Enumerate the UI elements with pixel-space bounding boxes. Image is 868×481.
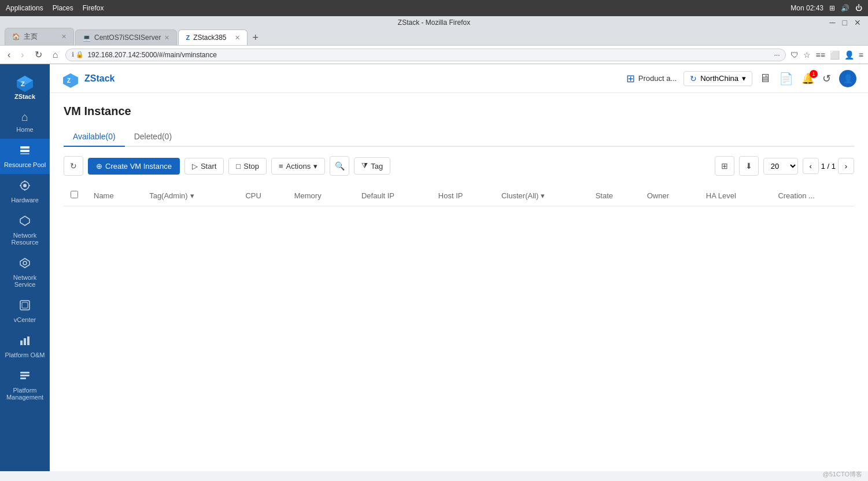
minimize-button[interactable]: ─: [828, 18, 838, 27]
th-tag-container: Tag(Admin) ▾: [149, 191, 231, 200]
browser-title: ZStack - Mozilla Firefox: [398, 18, 470, 27]
window-controls[interactable]: ─ □ ✕: [828, 18, 863, 27]
tab-close-zstack[interactable]: ✕: [235, 34, 240, 42]
svg-rect-21: [20, 375, 29, 376]
browser-tabs-bar: 🏠 主页 ✕ 💻 CentOS7iSCSIServer ✕ Z ZStack38…: [0, 28, 868, 45]
download-button[interactable]: ⬇: [739, 156, 759, 176]
network-service-icon: [19, 257, 31, 272]
url-text: 192.168.207.142:5000/#/main/vminstance: [87, 51, 770, 59]
sidebar-item-platform-oam[interactable]: Platform O&M: [0, 329, 50, 364]
header-logo: Z ZStack: [61, 69, 114, 88]
search-icon: 🔍: [335, 161, 345, 171]
th-memory: Memory: [287, 185, 354, 206]
tab-close-iscsi[interactable]: ✕: [164, 34, 169, 42]
docs-icon[interactable]: 📄: [779, 72, 793, 86]
th-cluster-container: Cluster(All) ▾: [501, 191, 582, 200]
page-size-select[interactable]: 20 50 100: [763, 158, 798, 175]
svg-rect-20: [20, 372, 29, 373]
svg-rect-22: [20, 378, 26, 379]
next-page-button[interactable]: ›: [838, 158, 854, 174]
browser-chrome: ZStack - Mozilla Firefox ─ □ ✕ 🏠 主页 ✕ 💻 …: [0, 16, 868, 64]
region-selector[interactable]: ↻ NorthChina ▾: [684, 71, 752, 86]
sidebar-logo[interactable]: Z ZStack: [0, 64, 50, 105]
bookmark-icon[interactable]: ☆: [803, 50, 811, 60]
top-header: Z ZStack ⊞ Product a... ↻ NorthChina ▾ 🖥…: [50, 64, 868, 93]
history-icon[interactable]: ↺: [822, 72, 831, 85]
url-bar[interactable]: ℹ 🔒 192.168.207.142:5000/#/main/vminstan…: [65, 49, 786, 61]
notification-icon[interactable]: 🔔 1: [801, 72, 814, 85]
os-menu-applications[interactable]: Applications: [6, 4, 43, 12]
search-button[interactable]: 🔍: [330, 156, 349, 176]
sidebar-item-hardware[interactable]: Hardware: [0, 174, 50, 209]
grid-view-button[interactable]: ⊞: [715, 156, 734, 176]
pagination: ‹ 1 / 1 ›: [803, 158, 854, 174]
sidebar-item-platform-management[interactable]: Platform Management: [0, 364, 50, 406]
create-vm-plus-icon: ⊕: [96, 162, 102, 171]
tab-close-home[interactable]: ✕: [61, 33, 67, 40]
new-tab-button[interactable]: +: [249, 32, 262, 44]
product-label: Product a...: [638, 74, 677, 83]
menu-icon[interactable]: ≡: [859, 50, 863, 60]
notification-badge: 1: [810, 70, 818, 78]
th-cluster-filter-icon[interactable]: ▾: [541, 191, 545, 200]
tag-label: Tag: [371, 162, 383, 171]
tab-favicon-home: 🏠: [12, 33, 20, 40]
tab-label-zstack: ZStack385: [193, 34, 226, 42]
tab-favicon-zstack: Z: [186, 34, 190, 41]
svg-point-7: [23, 184, 27, 187]
grid-icon: ⊞: [721, 161, 728, 171]
actions-button[interactable]: ≡ Actions ▾: [271, 158, 325, 175]
resource-pool-icon: [19, 145, 31, 159]
th-memory-label: Memory: [294, 191, 322, 200]
th-name: Name: [87, 185, 142, 206]
browser-tab-zstack[interactable]: Z ZStack385 ✕: [178, 29, 248, 45]
header-product[interactable]: ⊞ Product a...: [626, 72, 677, 85]
tabs-row: Available(0) Deleted(0): [64, 127, 854, 147]
sidebar-item-network-service[interactable]: Network Service: [0, 251, 50, 294]
sidebar-item-vcenter[interactable]: vCenter: [0, 294, 50, 329]
sidebar-item-label-home: Home: [16, 126, 33, 133]
sidebar-item-label-platform-oam: Platform O&M: [5, 352, 45, 358]
th-default-ip-label: Default IP: [361, 191, 394, 200]
platform-oam-icon: [19, 335, 31, 349]
back-button[interactable]: ‹: [5, 49, 13, 61]
prev-page-button[interactable]: ‹: [803, 158, 819, 174]
select-all-checkbox[interactable]: [71, 191, 78, 198]
th-tag-filter-icon[interactable]: ▾: [190, 191, 194, 200]
page-content: VM Instance Available(0) Deleted(0) ↻ ⊕ …: [50, 93, 868, 471]
user-avatar[interactable]: 👤: [839, 70, 856, 87]
main-content: Z ZStack ⊞ Product a... ↻ NorthChina ▾ 🖥…: [50, 64, 868, 471]
os-menu-places[interactable]: Places: [53, 4, 73, 12]
stop-label: Stop: [243, 162, 259, 171]
sidebar-item-label-vcenter: vCenter: [14, 316, 36, 323]
header-logo-text: ZStack: [84, 73, 114, 84]
sidebar-item-network-resource[interactable]: Network Resource: [0, 209, 50, 251]
sidebar-item-home[interactable]: ⌂ Home: [0, 105, 50, 139]
forward-button[interactable]: ›: [18, 49, 27, 61]
th-host-ip: Host IP: [431, 185, 494, 206]
home-nav-button[interactable]: ⌂: [50, 49, 61, 61]
create-vm-button[interactable]: ⊕ Create VM Instance: [88, 158, 180, 175]
power-icon: ⏻: [855, 4, 862, 12]
svg-rect-18: [24, 338, 26, 345]
maximize-button[interactable]: □: [840, 18, 849, 27]
filter-icon: ⧩: [361, 161, 368, 171]
browser-tab-iscsi[interactable]: 💻 CentOS7iSCSIServer ✕: [75, 29, 177, 45]
reload-button[interactable]: ↻: [32, 48, 45, 61]
sidebar-item-resource-pool[interactable]: Resource Pool: [0, 139, 50, 174]
browser-tab-home[interactable]: 🏠 主页 ✕: [5, 28, 74, 45]
refresh-button[interactable]: ↻: [64, 156, 83, 176]
tag-button[interactable]: ⧩ Tag: [354, 157, 390, 175]
header-icons: 🖥 📄 🔔 1 ↺ 👤: [759, 70, 856, 87]
stop-button[interactable]: □ Stop: [228, 158, 267, 175]
table-header: Name Tag(Admin) ▾ CPU Memory: [64, 185, 854, 206]
tab-available[interactable]: Available(0): [64, 127, 125, 147]
svg-rect-3: [20, 146, 29, 149]
tab-deleted[interactable]: Deleted(0): [125, 127, 181, 147]
os-menu-firefox[interactable]: Firefox: [83, 4, 104, 12]
monitor-icon[interactable]: 🖥: [759, 72, 771, 85]
th-tag-label: Tag(Admin): [149, 191, 187, 200]
start-button[interactable]: ▷ Start: [184, 158, 224, 175]
close-button[interactable]: ✕: [852, 18, 863, 27]
tab-favicon-iscsi: 💻: [83, 34, 91, 42]
